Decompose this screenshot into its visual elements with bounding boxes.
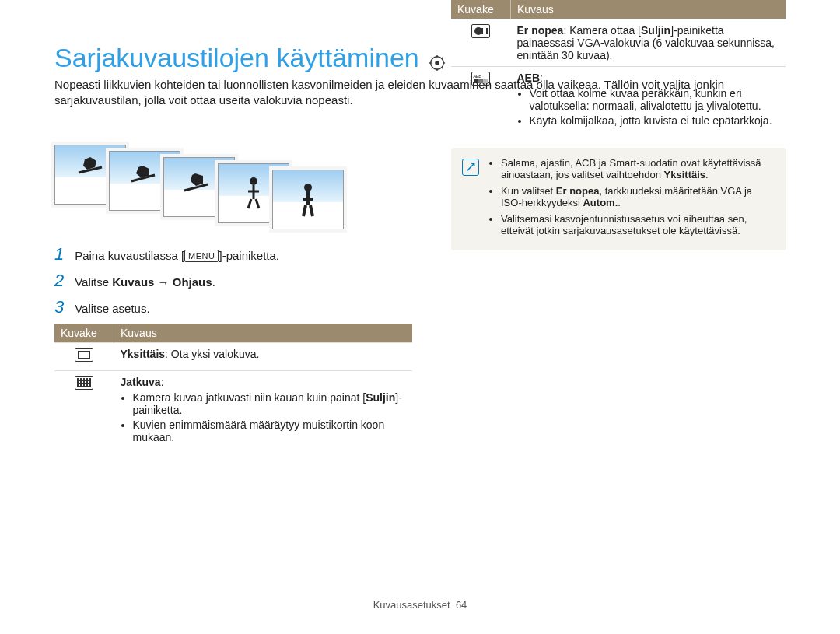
step-3: 3 Valitse asetus.	[54, 297, 412, 317]
menu-button-label: MENU	[184, 250, 219, 262]
motion-icon	[471, 24, 490, 38]
options-table-left: Kuvake Kuvaus Yksittäis: Ota yksi valoku…	[54, 324, 412, 450]
info-icon	[462, 159, 479, 176]
svg-line-8	[441, 57, 443, 58]
note-box: Salama, ajastin, ACB ja Smart-suodatin o…	[451, 148, 786, 250]
option-motion: Er nopea: Kamera ottaa [Suljin]-painiket…	[511, 19, 786, 67]
note-1: Salama, ajastin, ACB ja Smart-suodatin o…	[501, 157, 775, 180]
svg-line-9	[432, 67, 433, 68]
svg-point-13	[250, 177, 257, 185]
th-icon: Kuvake	[451, 0, 511, 19]
single-icon	[75, 348, 93, 362]
step-1: 1 Paina kuvaustilassa [MENU]-painiketta.	[54, 244, 412, 264]
burst-illustration	[54, 145, 420, 238]
page-footer: Kuvausasetukset 64	[0, 599, 840, 611]
aeb-icon	[471, 72, 490, 86]
svg-point-14	[304, 184, 312, 191]
th-desc: Kuvaus	[114, 324, 413, 343]
option-single: Yksittäis: Ota yksi valokuva.	[114, 343, 413, 371]
options-table-right: Kuvake Kuvaus Er nopea: Kamera ottaa [Su…	[451, 0, 786, 134]
option-aeb: AEB: Voit ottaa kolme kuvaa peräkkäin, k…	[511, 67, 786, 135]
step-2: 2 Valitse Kuvaus → Ohjaus.	[54, 271, 412, 291]
svg-line-6	[432, 57, 433, 58]
page-title: Sarjakuvaustilojen käyttäminen	[54, 43, 419, 73]
continuous-icon	[75, 376, 93, 390]
th-desc: Kuvaus	[511, 0, 786, 19]
mode-dial-icon	[429, 54, 446, 74]
svg-line-7	[441, 67, 443, 68]
svg-point-1	[435, 61, 439, 65]
note-3: Valitsemasi kasvojentunnistusasetus voi …	[501, 213, 775, 236]
th-icon: Kuvake	[54, 324, 114, 343]
note-2: Kun valitset Er nopea, tarkkuudeksi määr…	[501, 185, 775, 208]
option-continuous: Jatkuva: Kamera kuvaa jatkuvasti niin ka…	[114, 371, 413, 451]
